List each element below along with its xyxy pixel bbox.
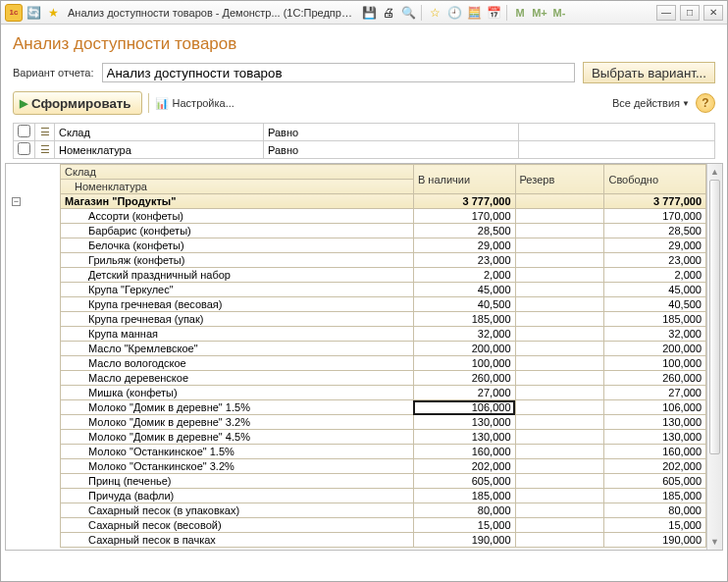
scroll-track[interactable] (707, 180, 722, 534)
row-free[interactable]: 260,000 (604, 371, 706, 386)
row-name[interactable]: Масло деревенское (61, 371, 414, 386)
table-row[interactable]: Сахарный песок (весовой)15,00015,000 (6, 518, 706, 533)
row-free[interactable]: 202,000 (604, 459, 706, 474)
row-in-stock[interactable]: 27,000 (413, 386, 515, 400)
row-reserve[interactable] (515, 327, 604, 342)
row-name[interactable]: Причуда (вафли) (61, 489, 414, 503)
history-icon[interactable]: 🕘 (445, 4, 463, 22)
row-reserve[interactable] (515, 268, 604, 283)
row-in-stock[interactable]: 45,000 (413, 283, 515, 297)
scroll-up-button[interactable]: ▲ (707, 164, 722, 180)
select-variant-button[interactable]: Выбрать вариант... (583, 62, 715, 83)
row-name[interactable]: Детский праздничный набор (61, 268, 414, 283)
table-row[interactable]: Молоко "Домик в деревне" 3.2%130,000130,… (6, 415, 706, 430)
row-reserve[interactable] (515, 459, 604, 474)
table-row[interactable]: Грильяж (конфеты)23,00023,000 (6, 253, 706, 268)
row-free[interactable]: 27,000 (604, 386, 706, 400)
row-in-stock[interactable]: 80,000 (413, 503, 515, 518)
filter-value[interactable] (519, 124, 715, 141)
row-reserve[interactable] (515, 283, 604, 297)
row-free[interactable]: 190,000 (604, 533, 706, 548)
group-reserve[interactable] (515, 194, 604, 209)
star-icon[interactable]: ☆ (426, 4, 443, 22)
filter-value[interactable] (519, 141, 715, 159)
scroll-down-button[interactable]: ▼ (707, 534, 722, 550)
row-name[interactable]: Крупа "Геркулес" (61, 283, 414, 297)
row-free[interactable]: 40,500 (604, 297, 706, 312)
row-name[interactable]: Принц (печенье) (61, 474, 414, 489)
row-reserve[interactable] (515, 400, 604, 415)
table-row[interactable]: Белочка (конфеты)29,00029,000 (6, 238, 706, 253)
filter-field-name[interactable]: Склад (55, 124, 264, 141)
calendar-icon[interactable]: 📅 (485, 4, 502, 22)
row-in-stock[interactable]: 130,000 (413, 430, 515, 445)
row-in-stock[interactable]: 15,000 (413, 518, 515, 533)
row-free[interactable]: 185,000 (604, 312, 706, 327)
row-in-stock[interactable]: 605,000 (413, 474, 515, 489)
table-row[interactable]: Причуда (вафли)185,000185,000 (6, 489, 706, 503)
row-reserve[interactable] (515, 209, 604, 224)
row-name[interactable]: Сахарный песок (в упаковках) (61, 503, 414, 518)
close-button[interactable]: ✕ (703, 5, 723, 21)
row-name[interactable]: Молоко "Останкинское" 1.5% (61, 445, 414, 459)
table-row[interactable]: Принц (печенье)605,000605,000 (6, 474, 706, 489)
row-free[interactable]: 80,000 (604, 503, 706, 518)
row-free[interactable]: 106,000 (604, 400, 706, 415)
row-free[interactable]: 23,000 (604, 253, 706, 268)
row-name[interactable]: Ассорти (конфеты) (61, 209, 414, 224)
table-row[interactable]: Молоко "Останкинское" 3.2%202,000202,000 (6, 459, 706, 474)
save-icon[interactable]: 💾 (360, 4, 378, 22)
row-reserve[interactable] (515, 474, 604, 489)
maximize-button[interactable]: □ (680, 5, 700, 21)
row-name[interactable]: Сахарный песок (весовой) (61, 518, 414, 533)
row-in-stock[interactable]: 106,000 (413, 400, 515, 415)
row-name[interactable]: Масло "Кремлевское" (61, 342, 414, 356)
row-reserve[interactable] (515, 356, 604, 371)
row-name[interactable]: Молоко "Домик в деревне" 3.2% (61, 415, 414, 430)
row-reserve[interactable] (515, 342, 604, 356)
row-name[interactable]: Крупа манная (61, 327, 414, 342)
header-in-stock[interactable]: В наличии (413, 165, 515, 194)
row-reserve[interactable] (515, 297, 604, 312)
filter-checkbox[interactable] (14, 124, 35, 141)
row-name[interactable]: Молоко "Домик в деревне" 1.5% (61, 400, 414, 415)
row-in-stock[interactable]: 200,000 (413, 342, 515, 356)
row-name[interactable]: Крупа гречневая (весовая) (61, 297, 414, 312)
table-row[interactable]: Сахарный песок в пачках190,000190,000 (6, 533, 706, 548)
preview-icon[interactable]: 🔍 (399, 4, 417, 22)
row-in-stock[interactable]: 29,000 (413, 238, 515, 253)
row-free[interactable]: 130,000 (604, 430, 706, 445)
row-in-stock[interactable]: 40,500 (413, 297, 515, 312)
row-in-stock[interactable]: 100,000 (413, 356, 515, 371)
scroll-thumb[interactable] (709, 180, 720, 454)
collapse-toggle[interactable]: − (12, 197, 21, 206)
row-in-stock[interactable]: 32,000 (413, 327, 515, 342)
row-reserve[interactable] (515, 224, 604, 238)
memory-m-button[interactable]: M (511, 4, 529, 22)
row-in-stock[interactable]: 23,000 (413, 253, 515, 268)
header-reserve[interactable]: Резерв (515, 165, 604, 194)
row-free[interactable]: 605,000 (604, 474, 706, 489)
row-reserve[interactable] (515, 518, 604, 533)
refresh-icon[interactable]: 🔄 (25, 4, 42, 22)
row-free[interactable]: 29,000 (604, 238, 706, 253)
table-row[interactable]: Молоко "Домик в деревне" 1.5%106,000106,… (6, 400, 706, 415)
row-free[interactable]: 185,000 (604, 489, 706, 503)
row-reserve[interactable] (515, 312, 604, 327)
vertical-scrollbar[interactable]: ▲ ▼ (706, 164, 722, 550)
row-in-stock[interactable]: 170,000 (413, 209, 515, 224)
row-reserve[interactable] (515, 415, 604, 430)
table-row[interactable]: Крупа гречневая (весовая)40,50040,500 (6, 297, 706, 312)
row-in-stock[interactable]: 260,000 (413, 371, 515, 386)
table-row[interactable]: Масло вологодское100,000100,000 (6, 356, 706, 371)
row-free[interactable]: 28,500 (604, 224, 706, 238)
minimize-button[interactable]: — (656, 5, 676, 21)
filter-checkbox[interactable] (14, 141, 35, 159)
row-free[interactable]: 170,000 (604, 209, 706, 224)
memory-mminus-button[interactable]: M- (550, 4, 568, 22)
row-name[interactable]: Грильяж (конфеты) (61, 253, 414, 268)
row-reserve[interactable] (515, 489, 604, 503)
row-reserve[interactable] (515, 238, 604, 253)
row-free[interactable]: 2,000 (604, 268, 706, 283)
row-in-stock[interactable]: 202,000 (413, 459, 515, 474)
